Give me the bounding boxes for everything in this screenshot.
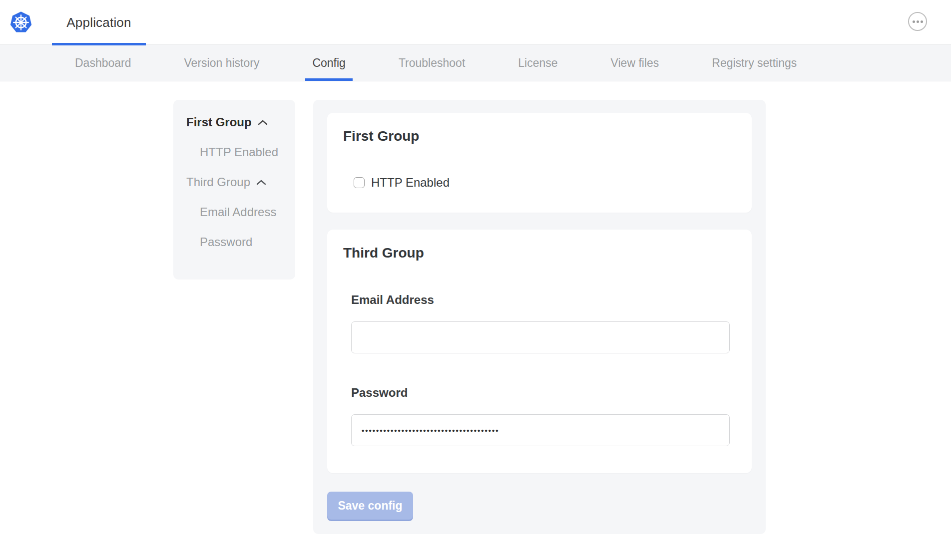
config-sidebar: First Group HTTP Enabled Third Group Ema… — [173, 100, 295, 280]
field-label: Email Address — [351, 292, 736, 307]
sidebar-group-third-group[interactable]: Third Group — [186, 175, 290, 190]
tab-registry-settings[interactable]: Registry settings — [705, 45, 804, 81]
tab-license[interactable]: License — [511, 45, 564, 81]
tab-label: Config — [312, 56, 345, 70]
config-group-card-third-group: Third Group Email Address Password — [327, 230, 752, 473]
app-subnav: Dashboard Version history Config Trouble… — [0, 45, 951, 81]
ellipsis-icon — [921, 20, 923, 23]
http-enabled-checkbox[interactable] — [354, 177, 365, 188]
email-address-input[interactable] — [351, 321, 730, 353]
chevron-up-icon — [258, 120, 268, 125]
chevron-up-icon — [256, 180, 266, 185]
config-panel: First Group HTTP Enabled Third Group Ema… — [313, 100, 766, 534]
tab-label: View files — [611, 56, 659, 70]
tab-label: License — [518, 56, 557, 70]
tab-label: Dashboard — [75, 56, 131, 70]
sidebar-group-first-group[interactable]: First Group — [186, 115, 290, 130]
tab-dashboard[interactable]: Dashboard — [68, 45, 138, 81]
app-tab-label: Application — [66, 15, 131, 30]
group-title: Third Group — [343, 245, 736, 262]
email-address-field-block: Email Address — [351, 292, 736, 353]
sidebar-item-email-address[interactable]: Email Address — [200, 205, 290, 220]
tab-label: Version history — [184, 56, 260, 70]
sidebar-item-password[interactable]: Password — [200, 235, 290, 250]
sidebar-item-http-enabled[interactable]: HTTP Enabled — [200, 145, 290, 160]
top-header-bar: Application — [0, 0, 951, 45]
checkbox-label[interactable]: HTTP Enabled — [371, 176, 450, 190]
tab-troubleshoot[interactable]: Troubleshoot — [392, 45, 472, 81]
tab-label: Troubleshoot — [399, 56, 465, 70]
tab-version-history[interactable]: Version history — [177, 45, 267, 81]
sidebar-group-label: Third Group — [186, 175, 250, 190]
tab-config[interactable]: Config — [305, 45, 352, 81]
password-input[interactable] — [351, 414, 730, 446]
field-label: Password — [351, 385, 736, 400]
ellipsis-icon — [913, 20, 915, 23]
save-config-button[interactable]: Save config — [327, 492, 413, 520]
group-fields: Email Address Password — [351, 292, 736, 446]
tab-application[interactable]: Application — [52, 0, 146, 45]
overflow-menu-button[interactable] — [908, 12, 927, 31]
active-tab-underline — [305, 78, 352, 81]
kubernetes-logo — [9, 10, 33, 34]
ellipsis-icon — [917, 20, 919, 23]
config-group-card-first-group: First Group HTTP Enabled — [327, 113, 752, 213]
sidebar-group-label: First Group — [186, 115, 252, 130]
active-tab-underline — [52, 43, 146, 45]
password-field-block: Password — [351, 385, 736, 446]
tab-label: Registry settings — [712, 56, 797, 70]
group-title: First Group — [343, 128, 736, 145]
http-enabled-checkbox-row: HTTP Enabled — [354, 176, 736, 190]
tab-view-files[interactable]: View files — [604, 45, 666, 81]
